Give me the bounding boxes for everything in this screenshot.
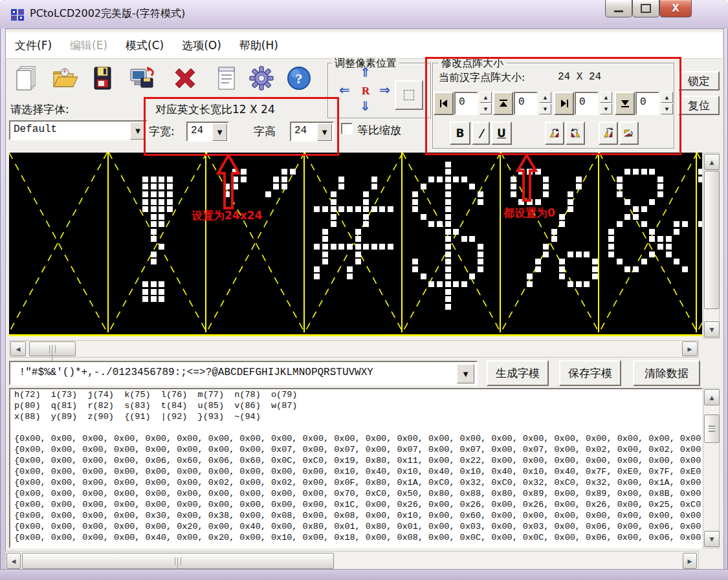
glyph-pixel[interactable] — [617, 221, 623, 227]
glyph-pixel[interactable] — [412, 259, 418, 264]
glyph-pixel[interactable] — [551, 229, 557, 235]
glyph-pixel[interactable] — [666, 244, 672, 250]
code-scroll-right-icon[interactable]: ▶ — [683, 553, 697, 569]
glyph-pixel[interactable] — [338, 206, 344, 212]
glyph-pixel[interactable] — [159, 289, 164, 295]
glyph-pixel[interactable] — [543, 244, 549, 250]
glyph-pixel[interactable] — [543, 252, 549, 257]
glyph-pixel[interactable] — [641, 259, 647, 264]
glyph-pixel[interactable] — [142, 199, 148, 205]
toolbar-notes-icon[interactable] — [211, 62, 242, 94]
glyph-pixel[interactable] — [437, 281, 443, 287]
code-output-area[interactable]: h(72) i(73) j(74) k(75) l(76) m(77) n(78… — [9, 388, 703, 548]
glyph-pixel[interactable] — [608, 252, 614, 257]
glyph-pixel[interactable] — [151, 206, 157, 212]
glyph-pixel[interactable] — [142, 281, 148, 287]
glyph-pixel[interactable] — [568, 199, 573, 205]
glyph-pixel[interactable] — [331, 191, 336, 197]
glyph-pixel[interactable] — [657, 184, 663, 189]
glyph-pixel[interactable] — [281, 184, 287, 189]
move-left-icon[interactable]: ⇐ — [339, 83, 350, 96]
glyph-pixel[interactable] — [559, 221, 565, 227]
glyph-pixel[interactable] — [453, 281, 459, 287]
glyph-pixel[interactable] — [657, 177, 663, 182]
glyph-pixel[interactable] — [568, 206, 573, 212]
glyph-pixel[interactable] — [159, 244, 164, 250]
glyph-pixel[interactable] — [568, 252, 573, 257]
code-scroll-down-icon[interactable]: ▼ — [704, 531, 720, 547]
glyph-pixel[interactable] — [347, 274, 353, 279]
glyph-pixel[interactable] — [576, 184, 582, 189]
glyph-pixel[interactable] — [478, 252, 483, 257]
char-height-combobox[interactable]: 24 ▼ — [290, 122, 334, 142]
glyph-pixel[interactable] — [674, 229, 679, 235]
glyph-pixel[interactable] — [428, 281, 434, 287]
glyph-pixel[interactable] — [657, 244, 663, 250]
glyph-pixel[interactable] — [151, 177, 157, 182]
glyph-pixel[interactable] — [666, 236, 672, 242]
glyph-pixel[interactable] — [273, 177, 279, 182]
scale-checkbox[interactable] — [341, 123, 353, 134]
glyph-pixel[interactable] — [159, 184, 164, 189]
glyph-pixel[interactable] — [355, 244, 361, 250]
glyph-pixel[interactable] — [666, 252, 672, 257]
toolbar-export-icon[interactable] — [127, 62, 158, 94]
glyph-pixel[interactable] — [421, 184, 426, 189]
glyph-pixel[interactable] — [445, 184, 451, 189]
glyph-pixel[interactable] — [568, 191, 573, 197]
glyph-pixel[interactable] — [151, 199, 157, 205]
glyph-pixel[interactable] — [314, 206, 320, 212]
spinner-up-icon[interactable]: ▲ — [661, 92, 673, 103]
preview-vscrollbar[interactable]: ▲ ▼ — [703, 153, 720, 339]
glyph-pixel[interactable] — [167, 206, 173, 212]
generate-font-button[interactable]: 生成字模 — [487, 360, 549, 386]
glyph-pixel[interactable] — [142, 177, 148, 182]
move-down-icon[interactable]: ⇓ — [360, 100, 371, 113]
glyph-pixel[interactable] — [314, 274, 320, 279]
lock-button[interactable]: 锁定 — [678, 71, 720, 91]
glyph-pixel[interactable] — [698, 177, 702, 182]
glyph-pixel[interactable] — [167, 184, 173, 189]
glyph-pixel[interactable] — [363, 221, 369, 227]
glyph-pixel[interactable] — [657, 191, 663, 197]
glyph-pixel[interactable] — [273, 184, 279, 189]
glyph-pixel[interactable] — [363, 244, 369, 250]
glyph-pixel[interactable] — [151, 296, 157, 302]
glyph-pixel[interactable] — [445, 177, 451, 182]
glyph-pixel[interactable] — [445, 252, 451, 257]
glyph-pixel[interactable] — [371, 177, 377, 182]
spinner-up-icon[interactable]: ▲ — [600, 92, 612, 103]
glyph-pixel[interactable] — [355, 229, 361, 235]
glyph-pixel[interactable] — [445, 214, 451, 220]
glyph-pixel[interactable] — [428, 221, 434, 227]
toolbar-new-document-icon[interactable] — [10, 62, 41, 94]
preview-cell-dollar[interactable] — [401, 153, 501, 332]
preview-scroll-down-icon[interactable]: ▼ — [704, 321, 720, 338]
glyph-pixel[interactable] — [347, 244, 353, 250]
glyph-pixel[interactable] — [159, 214, 164, 220]
glyph-pixel[interactable] — [159, 221, 164, 227]
glyph-pixel[interactable] — [428, 177, 434, 182]
glyph-pixel[interactable] — [698, 169, 702, 175]
glyph-pixel[interactable] — [445, 221, 451, 227]
glyph-pixel[interactable] — [624, 199, 630, 205]
glyph-pixel[interactable] — [241, 177, 247, 182]
glyph-pixel[interactable] — [584, 281, 590, 287]
glyph-pixel[interactable] — [290, 169, 296, 175]
glyph-pixel[interactable] — [445, 289, 451, 295]
glyph-pixel[interactable] — [445, 169, 451, 175]
glyph-pixel[interactable] — [453, 229, 459, 235]
glyph-pixel[interactable] — [649, 252, 655, 257]
spinner-down-icon[interactable]: ▼ — [661, 103, 673, 114]
trim-value-field-3[interactable]: 0 — [575, 92, 599, 115]
glyph-pixel[interactable] — [535, 259, 541, 264]
glyph-pixel[interactable] — [314, 266, 320, 272]
glyph-pixel[interactable] — [241, 169, 247, 175]
menu-item-4[interactable]: 选项(O) — [173, 32, 230, 58]
glyph-pixel[interactable] — [674, 259, 679, 264]
save-font-button[interactable]: 保存字模 — [559, 360, 621, 386]
glyph-pixel[interactable] — [445, 259, 451, 264]
glyph-pixel[interactable] — [347, 266, 353, 272]
glyph-pixel[interactable] — [527, 281, 533, 287]
reset-button[interactable]: 复位 — [678, 96, 720, 115]
